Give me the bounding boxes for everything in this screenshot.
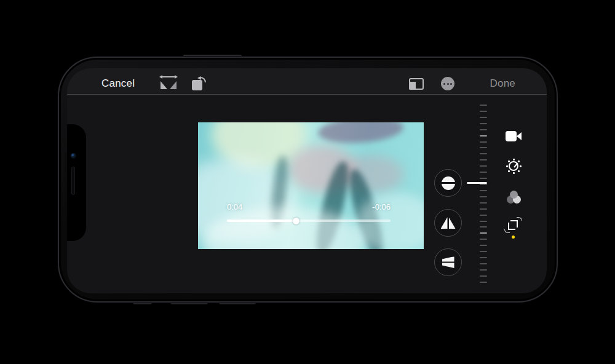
straighten-dial[interactable] bbox=[480, 105, 487, 283]
dial-tick bbox=[480, 263, 487, 264]
dial-tick bbox=[480, 257, 487, 258]
more-options-icon[interactable] bbox=[441, 77, 454, 90]
screen: Cancel Done bbox=[67, 68, 547, 293]
scrubber-progress-fill bbox=[227, 220, 296, 222]
tab-video[interactable] bbox=[506, 131, 522, 141]
tab-filters[interactable] bbox=[507, 191, 522, 204]
dial-tick bbox=[480, 245, 487, 246]
tab-adjust[interactable] bbox=[506, 158, 522, 174]
notch bbox=[67, 124, 86, 241]
iphone-frame: Cancel Done bbox=[58, 57, 558, 303]
dial-tick bbox=[480, 196, 487, 197]
dial-tick bbox=[480, 221, 487, 222]
dial-tick bbox=[480, 159, 487, 160]
done-button[interactable]: Done bbox=[490, 77, 515, 90]
crop-handle-bottom-right[interactable] bbox=[414, 239, 424, 249]
dial-tick bbox=[480, 239, 487, 240]
dial-tick bbox=[480, 117, 487, 118]
dial-tick bbox=[480, 269, 487, 271]
dial-tick bbox=[480, 129, 487, 130]
dial-tick bbox=[480, 153, 487, 154]
scrubber-times: 0:04 -0:06 bbox=[227, 202, 391, 212]
dial-tick bbox=[480, 147, 487, 148]
dial-tick bbox=[480, 135, 487, 136]
video-preview[interactable]: 0:04 -0:06 bbox=[198, 122, 424, 249]
dial-tick bbox=[480, 232, 487, 234]
crop-modified-badge bbox=[512, 235, 515, 239]
vertical-perspective-button[interactable] bbox=[434, 209, 462, 237]
scrubber-track[interactable] bbox=[227, 220, 391, 222]
straighten-button[interactable] bbox=[434, 169, 462, 197]
rotate-icon[interactable] bbox=[192, 76, 207, 90]
earpiece-speaker bbox=[71, 167, 75, 195]
dial-tick bbox=[480, 111, 487, 112]
elapsed-time: 0:04 bbox=[227, 202, 242, 212]
dial-tick bbox=[480, 275, 487, 277]
tab-crop[interactable] bbox=[506, 219, 521, 234]
toolbar: Cancel Done bbox=[67, 68, 547, 95]
crop-handle-top-right[interactable] bbox=[414, 122, 424, 132]
remaining-time: -0:06 bbox=[372, 202, 391, 212]
dial-tick bbox=[480, 202, 487, 204]
dial-tick bbox=[480, 178, 487, 179]
vertical-perspective-icon bbox=[441, 217, 456, 229]
dial-tick bbox=[480, 123, 487, 124]
dial-tick bbox=[480, 190, 487, 191]
dial-tick bbox=[480, 282, 487, 283]
dial-tick bbox=[480, 215, 487, 216]
scrubber-playhead[interactable] bbox=[293, 218, 300, 224]
dial-tick bbox=[480, 172, 487, 173]
front-camera bbox=[71, 153, 76, 159]
dial-value-indicator bbox=[467, 182, 487, 184]
dial-tick bbox=[480, 184, 487, 185]
aspect-ratio-icon[interactable] bbox=[409, 78, 424, 90]
dial-tick bbox=[480, 105, 487, 106]
straighten-icon bbox=[442, 176, 455, 190]
crop-handle-bottom-left[interactable] bbox=[198, 239, 208, 249]
dial-tick bbox=[480, 251, 487, 252]
horizontal-perspective-icon bbox=[442, 256, 454, 268]
horizontal-perspective-button[interactable] bbox=[434, 248, 462, 276]
flip-horizontal-icon[interactable] bbox=[160, 76, 177, 89]
dial-tick bbox=[480, 165, 487, 167]
crop-handle-top-left[interactable] bbox=[198, 122, 208, 132]
dial-tick bbox=[480, 208, 487, 210]
cancel-button[interactable]: Cancel bbox=[101, 77, 135, 90]
dial-tick bbox=[480, 141, 487, 143]
dial-tick bbox=[480, 226, 487, 228]
stage: Cancel Done bbox=[0, 0, 615, 364]
